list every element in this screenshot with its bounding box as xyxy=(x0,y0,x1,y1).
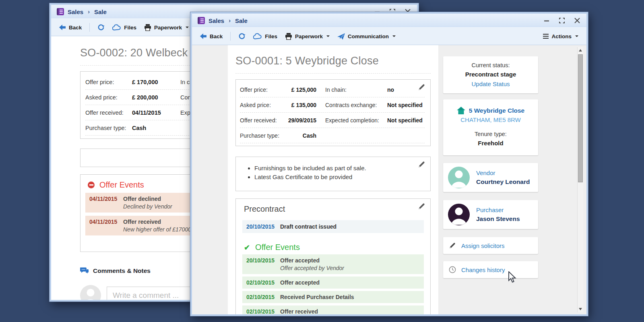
paperwork-menu[interactable]: Paperwork xyxy=(285,33,330,40)
accepted-check-icon: ✔ xyxy=(244,243,250,252)
assign-solicitors-button[interactable]: Assign solicitors xyxy=(443,237,538,254)
precontract-card: Precontract 20/10/2015 Draft contract is… xyxy=(235,198,431,314)
sales-app-icon xyxy=(57,8,64,15)
sales-app-icon xyxy=(198,17,205,24)
scrollbar-thumb[interactable] xyxy=(578,54,583,182)
cloud-icon xyxy=(112,24,121,31)
dropdown-caret-icon xyxy=(392,35,396,37)
window-front: Sales › Sale Back Files Paperwork Commun… xyxy=(190,12,588,316)
page-title: SO-0001: 5 Weybridge Close xyxy=(235,55,431,67)
front-window-content: SO-0001: 5 Weybridge Close Offer price: … xyxy=(192,45,586,314)
back-arrow-icon xyxy=(59,24,66,31)
vendor-avatar xyxy=(448,167,470,188)
offer-event-row[interactable]: 02/10/2015 Offer accepted xyxy=(242,277,424,289)
property-address: CHATHAM, ME5 8RW xyxy=(446,116,535,123)
status-value: Precontract stage xyxy=(447,71,534,78)
edit-details-button[interactable] xyxy=(418,83,425,93)
refresh-icon xyxy=(97,24,105,31)
purchaser-name[interactable]: Jason Stevens xyxy=(476,215,520,223)
close-button[interactable] xyxy=(574,17,581,24)
house-icon xyxy=(457,107,465,114)
mouse-cursor xyxy=(508,271,518,283)
maximize-button[interactable] xyxy=(558,17,566,24)
property-name-link[interactable]: 5 Weybridge Close xyxy=(469,107,524,114)
toolbar-divider xyxy=(230,32,231,41)
toolbar: Back Files Paperwork Communication Actio… xyxy=(192,27,586,45)
breadcrumb-separator: › xyxy=(87,8,91,15)
files-button[interactable]: Files xyxy=(253,33,277,39)
breadcrumb-page: Sale xyxy=(235,17,248,24)
declined-status-icon xyxy=(88,182,95,188)
detail-row: Asked price: £ 135,000 Contracts exchang… xyxy=(240,97,425,113)
pencil-icon xyxy=(418,202,425,210)
actions-menu[interactable]: Actions xyxy=(543,33,578,39)
offer-event-row[interactable]: 02/10/2015 Offer received Customer offer… xyxy=(242,305,424,314)
update-status-link[interactable]: Update Status xyxy=(447,80,534,87)
refresh-button[interactable] xyxy=(97,24,105,31)
back-button[interactable]: Back xyxy=(59,24,82,31)
precontract-entry-row[interactable]: 20/10/2015 Draft contract issued xyxy=(242,220,424,233)
person-icon xyxy=(448,167,470,188)
pencil-icon xyxy=(449,242,456,249)
send-plane-icon xyxy=(337,33,345,40)
back-button[interactable]: Back xyxy=(200,33,223,39)
current-status-card: Current status: Precontract stage Update… xyxy=(443,56,538,93)
status-label: Current status: xyxy=(447,62,534,68)
note-item: Furnishings to be included as part of sa… xyxy=(254,165,414,171)
refresh-button[interactable] xyxy=(238,33,246,40)
commenter-avatar xyxy=(80,285,101,300)
pencil-icon xyxy=(418,161,425,168)
sidebar: Current status: Precontract stage Update… xyxy=(443,56,538,285)
dropdown-caret-icon xyxy=(326,35,330,37)
vendor-role-label: Vendor xyxy=(476,169,530,176)
edit-notes-button[interactable] xyxy=(418,161,425,170)
minimize-button[interactable] xyxy=(543,17,550,24)
detail-row: Purchaser type: Cash xyxy=(240,128,425,143)
scroll-up-arrow[interactable] xyxy=(579,49,582,52)
toolbar-divider xyxy=(89,23,90,32)
precontract-title: Precontract xyxy=(242,204,424,214)
tenure-value: Freehold xyxy=(446,140,535,147)
dropdown-caret-icon xyxy=(575,35,578,37)
sale-notes-card: Furnishings to be included as part of sa… xyxy=(235,157,431,191)
tenure-label: Tenure type: xyxy=(446,131,535,137)
back-arrow-icon xyxy=(200,33,207,39)
purchaser-avatar xyxy=(448,204,470,225)
communication-menu[interactable]: Communication xyxy=(337,33,396,40)
cloud-icon xyxy=(253,33,262,39)
detail-row: Offer received: 29/09/2015 Expected comp… xyxy=(240,113,425,128)
person-icon xyxy=(80,285,101,300)
breadcrumb-page: Sale xyxy=(94,8,107,15)
offer-events-header: ✔ Offer Events xyxy=(242,243,424,252)
vendor-card[interactable]: Vendor Courtney Leonard xyxy=(443,163,538,192)
vertical-scrollbar[interactable] xyxy=(577,47,583,312)
history-clock-icon xyxy=(449,266,456,273)
changes-history-button[interactable]: Changes history xyxy=(443,261,538,278)
printer-icon xyxy=(144,24,151,31)
divider xyxy=(235,73,431,74)
note-item: Latest Gas Certificate to be provided xyxy=(254,173,414,180)
purchaser-card[interactable]: Purchaser Jason Stevens xyxy=(443,200,538,229)
vendor-name[interactable]: Courtney Leonard xyxy=(476,178,530,186)
breadcrumb-app[interactable]: Sales xyxy=(68,8,83,15)
dropdown-caret-icon xyxy=(186,27,189,28)
breadcrumb-app[interactable]: Sales xyxy=(208,17,224,24)
files-button[interactable]: Files xyxy=(112,24,136,31)
property-card: 5 Weybridge Close CHATHAM, ME5 8RW Tenur… xyxy=(443,99,538,155)
person-icon xyxy=(448,204,470,225)
breadcrumb-separator: › xyxy=(228,17,231,24)
refresh-icon xyxy=(238,33,246,40)
edit-precontract-button[interactable] xyxy=(418,202,425,212)
titlebar[interactable]: Sales › Sale xyxy=(192,14,586,27)
detail-row: Offer price: £ 125,000 In chain: no xyxy=(240,82,425,97)
pencil-icon xyxy=(418,83,425,91)
scroll-down-arrow[interactable] xyxy=(579,308,582,310)
comments-icon xyxy=(80,267,89,275)
offer-event-row[interactable]: 02/10/2015 Received Purchaser Details xyxy=(242,291,424,303)
paperwork-menu[interactable]: Paperwork xyxy=(144,24,189,31)
hamburger-icon xyxy=(543,34,549,39)
printer-icon xyxy=(285,33,292,40)
offer-event-row[interactable]: 20/10/2015 Offer accepted Offer accepted… xyxy=(242,254,424,274)
purchaser-role-label: Purchaser xyxy=(476,206,520,213)
sale-details-card: Offer price: £ 125,000 In chain: no Aske… xyxy=(235,79,431,146)
